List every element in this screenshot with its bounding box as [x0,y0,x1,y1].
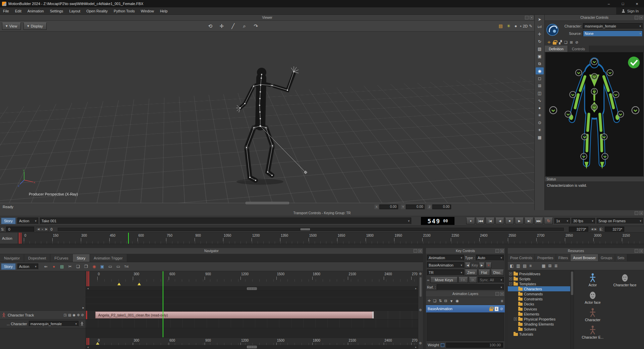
ruler-tool-icon[interactable]: ╱ [230,23,236,30]
discontinuity-key-button[interactable]: Disc. [491,270,504,276]
move-clips-icon[interactable]: ⇐ [43,264,49,270]
fk-button[interactable]: FK [459,277,468,283]
tree-item-solvers[interactable]: Solvers [508,327,570,332]
lock-character-icon[interactable] [553,42,556,45]
coord-value-field[interactable]: 0.00 [379,205,398,209]
tab-dopesheet[interactable]: Dopesheet [24,254,50,262]
sign-in-button[interactable]: Sign In [616,7,644,14]
close-pane-icon[interactable]: × [500,249,504,253]
mirror-pose-icon[interactable]: ▞ [559,40,561,45]
story-marker-icon[interactable] [117,283,121,285]
spinner-left-icon[interactable]: ◀ [37,228,39,231]
brush-icon[interactable]: ✎ [529,24,532,28]
translate-tool-icon[interactable]: ✛ [536,31,544,38]
tab-pose-controls[interactable]: Pose Controls [508,254,535,261]
copy-icon[interactable]: ❏ [75,264,81,270]
play-button[interactable]: ▶ [515,218,524,224]
close-pane-icon[interactable]: × [639,16,643,19]
timeline-zoom-slider[interactable] [58,228,564,231]
playback-speed-dropdown[interactable]: 1x ▾ [554,218,570,224]
tree-item-tutorials[interactable]: Tutorials [508,332,570,337]
list-view-icon[interactable]: ≡ [529,264,532,268]
key-connect-icon[interactable]: ∞ [427,278,429,282]
close-pane-icon[interactable]: × [500,292,504,296]
view-menu-button[interactable]: ▾ View [2,22,21,30]
delete-key-button[interactable]: × [486,263,491,268]
action-mode-dropdown[interactable]: Action ▾ [17,218,38,224]
ik-button[interactable]: IK [469,277,477,283]
tab-filters[interactable]: Filters [556,254,571,261]
story-clip[interactable]: Angela_P2_take1_001_clean.fbx (read-only… [95,311,374,318]
asset-item-character[interactable]: Character [577,308,609,325]
scrollbar-handle[interactable] [247,346,257,348]
undock-pane-icon[interactable] [635,211,638,215]
video-track-icon[interactable]: ▣ [100,264,105,270]
collapse-icon[interactable]: − [509,282,512,285]
scrollbar-thumb[interactable] [571,272,573,295]
keying-mode-icon[interactable]: ✛ [547,40,550,45]
spinner-left-icon[interactable]: ◀ [591,228,593,231]
panel-splitter[interactable] [505,248,508,349]
base-animation-layer[interactable]: BaseAnimation 1 ⊘ [426,305,505,312]
particles-icon[interactable]: ✳ [507,23,511,28]
previous-key-button[interactable]: |◀ [486,218,494,224]
step-forward-button[interactable]: ▶| [525,218,533,224]
story-h-scrollbar[interactable]: ◂ ▸ [86,345,418,349]
coord-value-field[interactable]: 0.00 [432,205,451,209]
tab-properties[interactable]: Properties [535,254,556,261]
tree-item-shading-elements[interactable]: Shading Elements [508,322,570,327]
marker-icon[interactable]: ⊙ [536,119,544,126]
tree-item-commands[interactable]: Commands [508,291,570,296]
large-icons-view-icon[interactable]: ⊞ [548,264,551,268]
track-disable-icon[interactable]: ⊘ [81,313,84,317]
grid-display-icon[interactable]: ▦ [536,134,544,141]
scroll-left-icon[interactable]: ◂ [86,346,90,349]
track-expander-icon[interactable]: ▸ [83,306,84,309]
tab-sets[interactable]: Sets [615,254,627,261]
menu-settings[interactable]: Settings [47,7,66,14]
scroll-right-icon[interactable]: ▸ [414,346,418,349]
layer-disable-icon[interactable]: ⊘ [500,307,503,311]
zoom-tool-icon[interactable]: ⌕ [241,23,248,30]
scale-tool-icon[interactable]: ▧ [536,45,544,52]
menu-layout[interactable]: Layout [66,7,83,14]
tab-navigator[interactable]: Navigator [0,254,24,262]
viewport-canvas[interactable]: Y X Z Producer Perspective (X-Ray) [0,32,534,203]
plot-character-icon[interactable]: ⊞ [570,40,573,45]
close-pane-icon[interactable]: × [530,16,533,19]
paste-icon[interactable]: ❐ [84,264,89,270]
undock-pane-icon[interactable] [495,292,499,296]
merge-layers-icon[interactable]: ⇅ [439,299,442,303]
rotate-tool-icon[interactable]: ↻ [536,38,544,45]
camera-view-icon[interactable]: ◉ [536,67,544,74]
spinner-right-icon[interactable]: ▶ [45,228,47,231]
story-h-scrollbar[interactable]: ◂ ▸ [86,287,418,291]
group-icon[interactable]: ⊞ [536,82,544,89]
tab-controls[interactable]: Controls [568,46,589,52]
close-pane-icon[interactable]: × [639,249,643,253]
solo-track-icon[interactable]: ◉ [92,264,97,270]
tab-groups[interactable]: Groups [598,254,615,261]
tree-item-constraints[interactable]: Constraints [508,296,570,301]
weight-slider[interactable]: 100.00 [446,343,503,348]
previous-key-button[interactable]: ◀ [465,263,471,268]
story-v-scrollbar[interactable]: ⊕ ⊕ ⊕ [418,271,423,349]
zero-key-button[interactable]: Zero [465,270,477,276]
move-keys-button[interactable]: Move Keys [430,277,458,283]
tree-item-physical-properties[interactable]: +Physical Properties [508,316,570,322]
tree-item-scripts[interactable]: +Scripts [508,276,570,281]
razor-icon[interactable]: ✂ [67,264,73,270]
step-back-button[interactable]: ◀ [495,218,504,224]
minimize-button[interactable]: – [602,0,616,7]
goto-start-button[interactable]: |◀◀ [476,218,485,224]
pan-view-icon[interactable]: ⊕ [419,272,422,276]
tree-item-templates[interactable]: −Templates [508,281,570,286]
story-chip[interactable]: Story [1,263,16,270]
details-view-icon[interactable]: ≣ [554,264,557,268]
layers-list-empty[interactable] [427,312,504,341]
empty-track-area[interactable] [86,291,418,311]
tree-item-elements[interactable]: Elements [508,311,570,316]
link-icon[interactable]: ⧉ [536,60,544,67]
camera-dot-icon[interactable]: ● [515,23,517,28]
scroll-right-icon[interactable]: ▸ [414,287,418,290]
